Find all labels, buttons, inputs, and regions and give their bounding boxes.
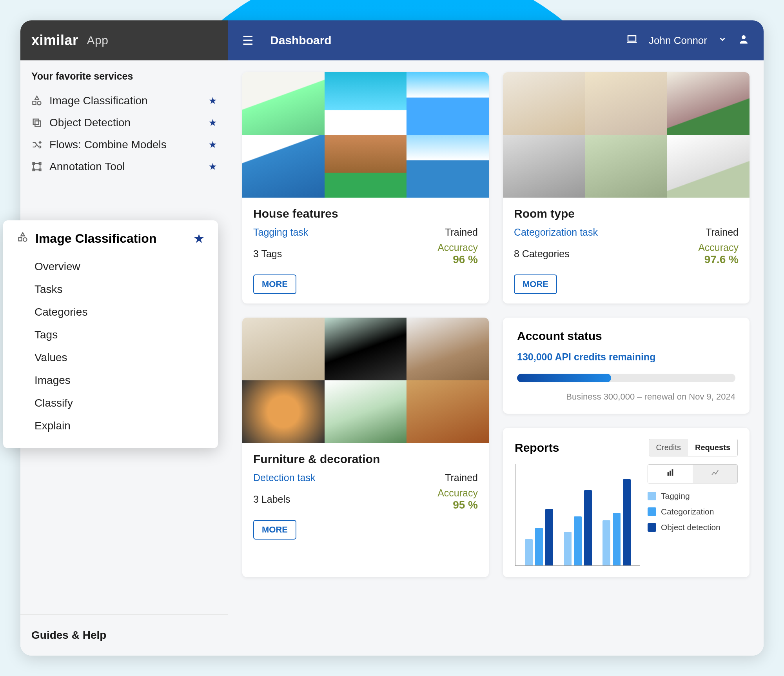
bar	[623, 479, 631, 565]
more-button[interactable]: MORE	[514, 274, 557, 294]
nav-categories[interactable]: Categories	[17, 301, 204, 323]
nav-images[interactable]: Images	[17, 369, 204, 392]
star-icon[interactable]: ★	[209, 139, 217, 150]
bar-group	[603, 479, 631, 565]
task-card-house: House features Tagging task Trained 3 Ta…	[242, 72, 489, 303]
reports-header: Reports Credits Requests	[515, 439, 738, 456]
renewal-text: Business 300,000 – renewal on Nov 9, 202…	[517, 392, 735, 402]
more-button[interactable]: MORE	[253, 520, 296, 540]
legend-label: Tagging	[661, 491, 690, 501]
nav-overview[interactable]: Overview	[17, 255, 204, 278]
accuracy-readout: Accuracy 95 %	[437, 487, 478, 511]
sidebar-item-label: Flows: Combine Models	[49, 138, 167, 151]
task-type-link[interactable]: Tagging task	[253, 227, 308, 238]
chevron-down-icon[interactable]	[718, 35, 727, 46]
thumbnail	[242, 135, 325, 198]
task-type-link[interactable]: Categorization task	[514, 227, 598, 238]
shapes-icon	[31, 95, 42, 106]
hamburger-icon[interactable]: ☰	[242, 33, 254, 48]
bar-chart	[515, 464, 640, 566]
svg-rect-3	[33, 119, 39, 125]
thumbnail	[407, 318, 489, 380]
brand-logo[interactable]: ximilar App	[31, 32, 108, 49]
svg-point-10	[742, 35, 746, 39]
sidebar-item-label: Object Detection	[49, 116, 131, 129]
expanded-nav-panel: Image Classification ★ Overview Tasks Ca…	[3, 220, 218, 448]
chart-area: Tagging Categorization Object detection	[515, 464, 738, 566]
star-icon[interactable]: ★	[209, 95, 217, 106]
card-image-grid	[242, 72, 489, 198]
legend-tagging: Tagging	[648, 491, 738, 501]
thumbnail	[242, 380, 325, 443]
thumbnail	[585, 72, 668, 135]
nav-classify[interactable]: Classify	[17, 392, 204, 414]
svg-rect-2	[35, 121, 40, 126]
account-status-card: Account status 130,000 API credits remai…	[503, 318, 750, 414]
main-content: House features Tagging task Trained 3 Ta…	[228, 60, 764, 656]
more-button[interactable]: MORE	[253, 274, 296, 294]
task-card-furniture: Furniture & decoration Detection task Tr…	[242, 318, 489, 577]
accuracy-readout: Accuracy 96 %	[437, 242, 478, 266]
count-label: 3 Tags	[253, 248, 282, 260]
bar-group	[564, 490, 592, 565]
nav-tasks[interactable]: Tasks	[17, 278, 204, 301]
svg-rect-0	[33, 101, 36, 104]
accuracy-readout: Accuracy 97.6 %	[698, 242, 739, 266]
bar	[525, 539, 533, 565]
nav-tags[interactable]: Tags	[17, 323, 204, 346]
legend-label: Categorization	[661, 507, 714, 516]
shuffle-icon	[31, 139, 42, 150]
brand-suffix: App	[87, 34, 109, 47]
thumbnail	[325, 135, 407, 198]
star-icon[interactable]: ★	[194, 232, 204, 245]
thumbnail	[503, 135, 585, 198]
bar	[564, 532, 572, 565]
bar-chart-icon[interactable]	[648, 465, 693, 483]
thumbnail	[242, 72, 325, 135]
thumbnail	[325, 318, 407, 380]
tab-credits[interactable]: Credits	[649, 439, 688, 456]
card-body: Furniture & decoration Detection task Tr…	[242, 443, 489, 549]
page-title: Dashboard	[270, 34, 332, 47]
legend-detection: Object detection	[648, 523, 738, 532]
legend-swatch	[648, 492, 656, 500]
sidebar-item-object-detection[interactable]: Object Detection ★	[31, 112, 217, 134]
star-icon[interactable]: ★	[209, 161, 217, 172]
thumbnail	[667, 135, 750, 198]
accuracy-label: Accuracy	[437, 487, 478, 498]
laptop-icon[interactable]	[626, 33, 638, 48]
bar	[545, 509, 553, 565]
credits-progress-bar	[517, 374, 735, 382]
guides-link[interactable]: Guides & Help	[20, 614, 228, 656]
star-icon[interactable]: ★	[209, 117, 217, 128]
sidebar-item-image-classification[interactable]: Image Classification ★	[31, 90, 217, 112]
svg-point-15	[23, 238, 27, 241]
chart-sidebar: Tagging Categorization Object detection	[648, 464, 738, 566]
thumbnail	[407, 135, 489, 198]
favorites-section: Your favorite services Image Classificat…	[20, 60, 228, 183]
sidebar-item-annotation[interactable]: Annotation Tool ★	[31, 156, 217, 178]
cards-grid: House features Tagging task Trained 3 Ta…	[242, 72, 750, 577]
card-image-grid	[242, 318, 489, 443]
reports-title: Reports	[515, 441, 559, 454]
line-chart-icon[interactable]	[693, 465, 737, 483]
credits-remaining: 130,000 API credits remaining	[517, 351, 735, 363]
status-badge: Trained	[706, 227, 739, 238]
bounding-box-icon	[31, 161, 42, 172]
tab-requests[interactable]: Requests	[688, 439, 737, 456]
nav-explain[interactable]: Explain	[17, 414, 204, 437]
sidebar-item-flows[interactable]: Flows: Combine Models ★	[31, 134, 217, 156]
legend-swatch	[648, 507, 656, 516]
user-icon[interactable]	[738, 33, 750, 48]
accuracy-label: Accuracy	[437, 242, 478, 253]
sidebar-item-label: Image Classification	[49, 94, 148, 107]
accuracy-label: Accuracy	[698, 242, 739, 253]
task-type-link[interactable]: Detection task	[253, 472, 315, 483]
thumbnail	[407, 72, 489, 135]
card-body: House features Tagging task Trained 3 Ta…	[242, 198, 489, 303]
panel-header[interactable]: Image Classification ★	[17, 231, 204, 246]
topbar-right: John Connor	[626, 33, 750, 48]
nav-values[interactable]: Values	[17, 346, 204, 369]
bar	[584, 490, 592, 565]
thumbnail	[667, 72, 750, 135]
